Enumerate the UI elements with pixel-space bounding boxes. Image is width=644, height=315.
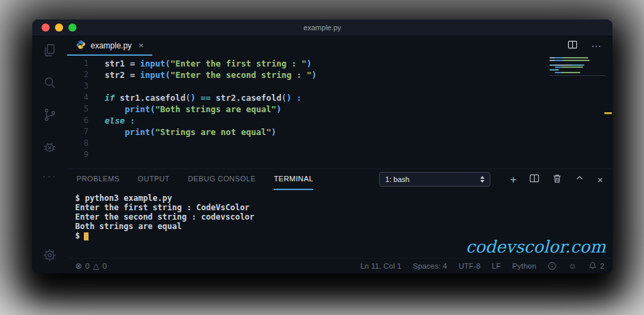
code-line[interactable]: 8	[67, 138, 612, 149]
code-line[interactable]: 2str2 = input("Enter the second string :…	[67, 69, 612, 81]
terminal-line: Enter the second string : codevscolor	[75, 212, 612, 222]
code-text: print("Strings are not equal")	[89, 126, 276, 138]
bell-icon	[588, 261, 597, 271]
panel-tab-problems[interactable]: PROBLEMS	[76, 169, 119, 190]
panel-tab-output[interactable]: OUTPUT	[138, 169, 170, 190]
explorer-icon[interactable]	[41, 42, 58, 59]
code-text: str2 = input("Enter the second string : …	[89, 69, 317, 81]
code-text	[89, 149, 105, 161]
line-number: 2	[67, 69, 89, 81]
select-updown-icon	[480, 176, 484, 183]
info-circle-icon[interactable]	[547, 261, 557, 271]
eol-status[interactable]: LF	[492, 262, 500, 270]
line-number: 7	[67, 126, 89, 138]
line-number: 9	[67, 149, 89, 161]
activity-bar: ···	[32, 36, 67, 273]
python-file-icon	[76, 40, 86, 52]
terminal-line: Enter the first string : CodeVsColor	[75, 203, 612, 212]
maximize-panel-chevron-icon[interactable]	[575, 173, 584, 185]
feedback-smiley-icon[interactable]: ☺	[568, 261, 576, 271]
source-control-icon[interactable]	[41, 106, 58, 124]
search-icon[interactable]	[41, 74, 58, 91]
language-mode-status[interactable]: Python	[513, 262, 537, 270]
warning-triangle-icon: △	[93, 261, 99, 271]
code-line[interactable]: 7print("Strings are not equal")	[67, 126, 612, 138]
cursor-position-status[interactable]: Ln 11, Col 1	[360, 262, 401, 270]
notification-count: 2	[600, 262, 604, 270]
more-activity-icon[interactable]: ···	[42, 171, 57, 183]
new-terminal-icon[interactable]: +	[510, 174, 517, 185]
line-number: 4	[67, 92, 89, 103]
notifications-status[interactable]: 2	[588, 261, 604, 271]
editor-tabstrip: example.py × ⋯	[67, 36, 612, 56]
split-editor-icon[interactable]	[568, 40, 578, 52]
terminal-cursor	[84, 232, 89, 240]
window-title: example.py	[303, 24, 341, 32]
error-circle-icon: ⊗	[75, 261, 82, 271]
panel-tab-debug-console[interactable]: DEBUG CONSOLE	[188, 169, 256, 190]
encoding-status[interactable]: UTF-8	[459, 262, 481, 270]
tab-label: example.py	[91, 41, 131, 50]
line-number: 3	[67, 81, 89, 92]
terminal-line: $ python3 example.py	[75, 193, 612, 203]
terminal-prompt: $	[75, 231, 80, 240]
status-bar: ⊗ 0 △ 0 Ln 11, Col 1 Spaces: 4 UTF-8 LF …	[67, 258, 612, 273]
terminal-shell-value: 1: bash	[385, 175, 409, 183]
settings-gear-icon[interactable]	[41, 246, 58, 264]
code-line[interactable]: 6else :	[67, 115, 612, 126]
code-text: else :	[89, 115, 135, 126]
code-line[interactable]: 1str1 = input("Enter the first string : …	[67, 58, 612, 69]
code-line[interactable]: 9	[67, 149, 612, 161]
panel-tab-terminal[interactable]: TERMINAL	[274, 169, 313, 190]
close-window-button[interactable]	[42, 24, 50, 32]
code-text	[89, 81, 105, 92]
tab-example-py[interactable]: example.py ×	[67, 36, 152, 56]
code-lines: 1str1 = input("Enter the first string : …	[67, 58, 612, 161]
close-panel-icon[interactable]: ×	[597, 175, 603, 185]
minimize-window-button[interactable]	[55, 24, 63, 32]
split-terminal-icon[interactable]	[529, 173, 539, 186]
code-editor[interactable]: 1str1 = input("Enter the first string : …	[67, 56, 612, 169]
problems-status[interactable]: ⊗ 0 △ 0	[75, 261, 107, 271]
terminal-shell-select[interactable]: 1: bash	[379, 172, 490, 187]
code-text: str1 = input("Enter the first string : "…	[89, 58, 312, 69]
debug-icon[interactable]	[41, 138, 58, 156]
editor-more-actions-icon[interactable]: ⋯	[591, 40, 602, 52]
vscode-window: example.py ···	[32, 19, 612, 273]
indentation-status[interactable]: Spaces: 4	[413, 262, 447, 270]
line-number: 8	[67, 138, 89, 149]
code-line[interactable]: 4if str1.casefold() == str2.casefold() :	[67, 92, 612, 103]
error-count: 0	[85, 262, 89, 270]
kill-terminal-trash-icon[interactable]	[552, 173, 562, 186]
code-text: if str1.casefold() == str2.casefold() :	[89, 92, 302, 103]
code-line[interactable]: 5print("Both strings are equal")	[67, 103, 612, 115]
line-number: 5	[67, 103, 89, 115]
warning-count: 0	[103, 262, 107, 270]
tab-close-icon[interactable]: ×	[138, 40, 144, 50]
code-text	[89, 138, 105, 149]
panel-header: PROBLEMS OUTPUT DEBUG CONSOLE TERMINAL 1…	[67, 169, 612, 189]
line-number: 1	[67, 58, 89, 69]
code-line[interactable]: 3	[67, 81, 612, 92]
code-text: print("Both strings are equal")	[89, 103, 281, 115]
line-number: 6	[67, 115, 89, 126]
overview-ruler-mark	[604, 112, 612, 114]
bottom-panel: PROBLEMS OUTPUT DEBUG CONSOLE TERMINAL 1…	[67, 169, 612, 258]
watermark: codevscolor.com	[466, 237, 606, 257]
minimap[interactable]	[549, 57, 606, 76]
zoom-window-button[interactable]	[68, 24, 76, 32]
terminal-line: Both strings are equal	[75, 222, 612, 231]
traffic-lights	[42, 24, 76, 32]
titlebar: example.py	[32, 19, 612, 36]
